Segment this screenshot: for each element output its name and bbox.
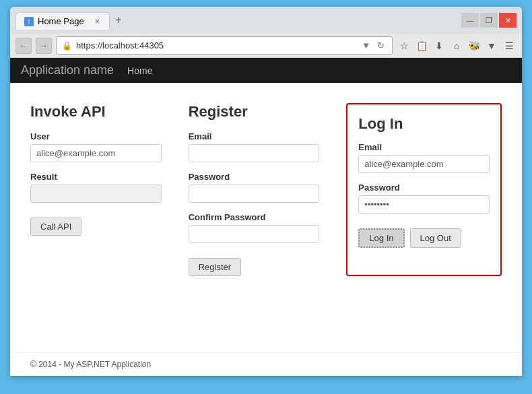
confirm-password-label: Confirm Password <box>189 212 320 222</box>
new-tab-button[interactable]: + <box>110 11 127 30</box>
minimize-button[interactable]: — <box>461 13 479 28</box>
call-api-button[interactable]: Call API <box>30 218 81 236</box>
login-section: Log In Email Password Log In Log Out <box>346 103 502 276</box>
login-email-group: Email <box>358 142 490 173</box>
user-input[interactable] <box>30 144 162 162</box>
register-email-input[interactable] <box>189 144 320 162</box>
close-button[interactable]: ✕ <box>499 13 517 28</box>
url-text: https://localhost:44305 <box>76 40 356 51</box>
tab-title: Home Page <box>38 16 84 26</box>
active-tab[interactable]: i Home Page × <box>15 12 110 30</box>
restore-button[interactable]: ❐ <box>480 13 498 28</box>
confirm-password-input[interactable] <box>189 225 320 243</box>
login-email-label: Email <box>358 142 490 152</box>
register-password-label: Password <box>189 172 320 182</box>
page-content: Invoke API User Result Call API Register… <box>10 83 522 352</box>
hamburger-menu-icon[interactable]: ☰ <box>502 38 517 53</box>
footer-text: © 2014 - My ASP.NET Application <box>30 360 151 369</box>
download-icon[interactable]: ⬇ <box>432 38 446 53</box>
refresh-icon[interactable]: ↻ <box>375 39 387 52</box>
clipboard-icon[interactable]: 📋 <box>414 38 429 53</box>
window-controls: — ❐ ✕ <box>461 13 517 28</box>
invoke-api-title: Invoke API <box>30 103 162 121</box>
nav-bar: Application name Home <box>10 58 522 83</box>
confirm-password-group: Confirm Password <box>189 212 320 243</box>
login-buttons: Log In Log Out <box>358 223 490 248</box>
star-icon[interactable]: ☆ <box>397 38 411 53</box>
lock-icon: 🔒 <box>62 41 72 51</box>
login-password-label: Password <box>358 183 490 193</box>
login-email-input[interactable] <box>358 155 490 173</box>
browser-window: i Home Page × + — ❐ ✕ ← → 🔒 https://loca… <box>10 7 522 376</box>
extensions-icon[interactable]: 🐝 <box>467 38 481 53</box>
user-label: User <box>30 131 162 141</box>
forward-button[interactable]: → <box>36 38 52 54</box>
login-button[interactable]: Log In <box>358 228 404 248</box>
page-footer: © 2014 - My ASP.NET Application <box>10 352 522 376</box>
app-brand[interactable]: Application name <box>21 63 114 77</box>
tab-favicon: i <box>24 17 34 26</box>
register-section: Register Email Password Confirm Password… <box>189 103 320 276</box>
invoke-api-section: Invoke API User Result Call API <box>30 103 162 276</box>
logout-button[interactable]: Log Out <box>410 228 461 248</box>
menu-dropdown-icon[interactable]: ▼ <box>484 38 499 53</box>
register-password-group: Password <box>189 172 320 203</box>
user-field-group: User <box>30 131 162 162</box>
register-button[interactable]: Register <box>189 258 241 276</box>
nav-home-link[interactable]: Home <box>127 65 152 76</box>
result-input <box>30 185 162 203</box>
home-icon[interactable]: ⌂ <box>449 38 464 53</box>
login-password-input[interactable] <box>358 195 490 214</box>
tab-area: i Home Page × + <box>15 11 461 30</box>
toolbar-icons: ☆ 📋 ⬇ ⌂ 🐝 ▼ ☰ <box>397 38 517 53</box>
back-button[interactable]: ← <box>15 38 32 54</box>
register-email-group: Email <box>189 131 320 162</box>
url-box[interactable]: 🔒 https://localhost:44305 ▼ ↻ <box>56 36 393 55</box>
login-password-group: Password <box>358 183 490 214</box>
register-email-label: Email <box>189 131 320 141</box>
title-bar: i Home Page × + — ❐ ✕ <box>10 7 522 34</box>
result-label: Result <box>30 172 162 182</box>
tab-close-button[interactable]: × <box>94 17 101 26</box>
address-bar: ← → 🔒 https://localhost:44305 ▼ ↻ ☆ 📋 ⬇ … <box>10 34 522 58</box>
sections: Invoke API User Result Call API Register… <box>30 103 502 276</box>
dropdown-icon[interactable]: ▼ <box>360 39 372 52</box>
result-field-group: Result <box>30 172 162 203</box>
register-title: Register <box>189 103 320 121</box>
url-actions: ▼ ↻ <box>360 39 387 52</box>
login-title: Log In <box>358 115 490 133</box>
register-password-input[interactable] <box>189 185 320 203</box>
